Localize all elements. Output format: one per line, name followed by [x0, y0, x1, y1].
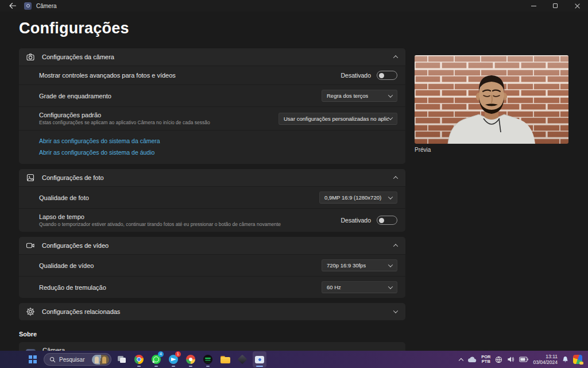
- setting-label: Configurações padrão: [39, 112, 272, 118]
- setting-row-default-settings: Configurações padrão Estas configurações…: [19, 106, 405, 130]
- camera-outline-icon: [26, 52, 35, 62]
- video-camera-icon: [26, 241, 35, 250]
- onedrive-cloud-icon[interactable]: [467, 356, 477, 363]
- video-settings-card: Configurações de vídeo Qualidade de víde…: [19, 237, 405, 298]
- setting-row-flicker-reduction: Redução de tremulação 60 Hz: [19, 276, 405, 298]
- chevron-down-icon: [388, 115, 393, 120]
- color-wheel-app-icon: [186, 355, 195, 364]
- setting-row-timelapse: Lapso de tempo Quando o temporizador est…: [19, 208, 405, 232]
- advanced-controls-toggle[interactable]: [377, 71, 397, 80]
- open-audio-system-settings-link[interactable]: Abrir as configurações do sistema de áud…: [39, 147, 397, 158]
- setting-label: Redução de tremulação: [39, 284, 315, 291]
- toggle-state-label: Desativado: [341, 72, 371, 79]
- maximize-icon: [553, 3, 558, 8]
- dropdown-value: Usar configurações personalizadas no apl…: [284, 116, 389, 122]
- toggle-state-label: Desativado: [341, 217, 371, 224]
- framing-grid-dropdown[interactable]: Regra dos terços: [322, 90, 397, 102]
- about-heading: Sobre: [19, 331, 405, 338]
- telegram-button[interactable]: 1: [167, 351, 180, 367]
- obsidian-button[interactable]: [235, 351, 249, 367]
- camera-settings-card: Configurações da câmera Mostrar controle…: [19, 48, 405, 164]
- chevron-up-icon: [393, 55, 398, 60]
- back-arrow-icon: [9, 2, 17, 9]
- search-highlight-thumbnail: [92, 355, 109, 365]
- task-view-button[interactable]: [115, 351, 129, 367]
- video-settings-expander[interactable]: Configurações de vídeo: [19, 237, 405, 254]
- setting-row-advanced-controls: Mostrar controles avançados para fotos e…: [19, 66, 405, 85]
- chrome-icon: [134, 355, 144, 364]
- setting-row-framing-grid: Grade de enquadramento Regra dos terços: [19, 85, 405, 106]
- tray-overflow-chevron[interactable]: [459, 358, 463, 362]
- network-globe-icon[interactable]: [495, 356, 502, 363]
- taskbar: Pesquisar 4 1 POR PTB: [0, 351, 588, 368]
- chevron-down-icon: [388, 262, 393, 267]
- minimize-button[interactable]: [523, 0, 544, 12]
- chrome-button[interactable]: [132, 351, 146, 367]
- setting-label: Qualidade de foto: [39, 194, 312, 201]
- settings-page: Configurações Configurações da câmera Mo…: [0, 12, 588, 351]
- default-settings-dropdown[interactable]: Usar configurações personalizadas no apl…: [278, 113, 397, 125]
- titlebar: Câmera: [0, 0, 588, 12]
- setting-row-video-quality: Qualidade de vídeo 720p 16:9 30fps: [19, 254, 405, 276]
- flicker-reduction-dropdown[interactable]: 60 Hz: [322, 281, 397, 293]
- preview-label: Prévia: [415, 147, 568, 153]
- dropdown-value: 0,9MP 16:9 (1280x720): [324, 194, 381, 201]
- gear-icon: [26, 307, 35, 316]
- system-links-row: Abrir as configurações do sistema da câm…: [19, 130, 405, 164]
- webcam-feed-image: [415, 55, 568, 144]
- chevron-down-icon: [388, 194, 393, 199]
- section-title: Configurações da câmera: [42, 53, 394, 60]
- spotify-icon: [203, 355, 212, 364]
- camera-app-taskbar-button[interactable]: [253, 351, 266, 367]
- camera-app-icon: [24, 2, 32, 10]
- whatsapp-button[interactable]: 4: [149, 351, 163, 367]
- minimize-icon: [531, 6, 536, 6]
- close-button[interactable]: [566, 0, 588, 12]
- setting-label: Qualidade de vídeo: [39, 262, 315, 269]
- search-placeholder: Pesquisar: [59, 356, 88, 363]
- camera-preview: [415, 55, 568, 144]
- setting-label: Lapso de tempo: [39, 213, 334, 220]
- chevron-down-icon: [388, 284, 393, 289]
- dropdown-value: 720p 16:9 30fps: [327, 262, 366, 269]
- telegram-badge: 1: [175, 351, 181, 357]
- photo-quality-dropdown[interactable]: 0,9MP 16:9 (1280x720): [319, 191, 397, 204]
- language-indicator[interactable]: POR PTB: [481, 355, 490, 364]
- color-wheel-app-button[interactable]: [184, 351, 198, 367]
- start-button[interactable]: [25, 352, 40, 367]
- chevron-up-icon: [393, 244, 398, 248]
- chevron-up-icon: [393, 176, 398, 181]
- taskbar-search[interactable]: Pesquisar: [44, 353, 111, 366]
- task-view-icon: [118, 356, 126, 363]
- related-settings-expander[interactable]: Configurações relacionadas: [19, 303, 405, 320]
- spotify-button[interactable]: [201, 351, 215, 367]
- clock-time: 13:11: [533, 354, 558, 359]
- camera-settings-expander[interactable]: Configurações da câmera: [19, 48, 405, 66]
- related-settings-card: Configurações relacionadas: [19, 303, 405, 320]
- timelapse-toggle[interactable]: [377, 216, 397, 225]
- video-quality-dropdown[interactable]: 720p 16:9 30fps: [322, 259, 397, 271]
- speaker-icon[interactable]: [507, 356, 514, 363]
- page-title: Configurações: [0, 12, 588, 37]
- whatsapp-badge: 4: [158, 351, 164, 357]
- section-title: Configurações relacionadas: [42, 308, 394, 315]
- windows-logo-icon: [29, 355, 37, 363]
- notification-bell-icon[interactable]: [562, 356, 568, 363]
- file-explorer-button[interactable]: [218, 351, 232, 367]
- clock-date: 03/04/2024: [533, 359, 558, 365]
- dropdown-value: 60 Hz: [327, 284, 341, 290]
- chevron-down-icon: [388, 93, 393, 97]
- battery-icon[interactable]: [519, 356, 528, 362]
- window-title: Câmera: [36, 3, 57, 9]
- back-button[interactable]: [7, 1, 18, 10]
- open-camera-system-settings-link[interactable]: Abrir as configurações do sistema da câm…: [39, 135, 397, 147]
- photo-settings-expander[interactable]: Configurações de foto: [19, 169, 405, 186]
- setting-label: Mostrar controles avançados para fotos e…: [39, 72, 334, 79]
- setting-description: Quando o temporizador estiver ativado, c…: [39, 221, 334, 227]
- maximize-button[interactable]: [544, 0, 566, 12]
- widgets-icon[interactable]: [573, 355, 582, 364]
- camera-taskbar-icon: [255, 356, 264, 363]
- clock[interactable]: 13:11 03/04/2024: [533, 354, 558, 365]
- photo-settings-card: Configurações de foto Qualidade de foto …: [19, 169, 405, 232]
- setting-label: Grade de enquadramento: [39, 93, 315, 99]
